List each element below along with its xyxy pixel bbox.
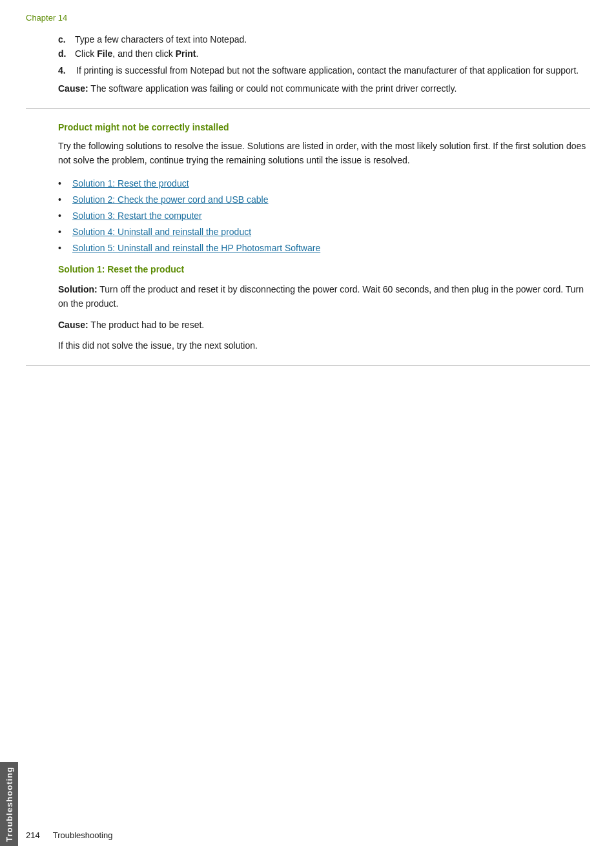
solution1-heading: Solution 1: Reset the product xyxy=(58,264,590,274)
solution1-solution-body: Turn off the product and reset it by dis… xyxy=(58,284,584,309)
divider-1 xyxy=(26,108,590,109)
item-d-label: d. xyxy=(58,48,71,59)
page-container: Troubleshooting Chapter 14 c. Type a few… xyxy=(0,0,616,853)
item-c-text: Type a few characters of text into Notep… xyxy=(75,34,247,45)
bullet-item-3: Solution 3: Restart the computer xyxy=(58,209,590,223)
list-item-c: c. Type a few characters of text into No… xyxy=(58,34,590,45)
section-heading-1: Product might not be correctly installed xyxy=(58,122,590,132)
cause-label-1: Cause: xyxy=(58,83,88,94)
solution-link-2[interactable]: Solution 2: Check the power cord and USB… xyxy=(72,193,269,207)
cause-block-1: Cause: The software application was fail… xyxy=(58,82,590,96)
footer-chapter-label: Troubleshooting xyxy=(53,830,113,840)
chapter-label: Chapter 14 xyxy=(26,13,590,23)
intro-text-1: Try the following solutions to resolve t… xyxy=(58,139,590,168)
solution1-followup: If this did not solve the issue, try the… xyxy=(58,338,590,353)
main-content: Chapter 14 c. Type a few characters of t… xyxy=(26,0,590,853)
side-tab-label: Troubleshooting xyxy=(5,766,14,842)
bullet-item-4: Solution 4: Uninstall and reinstall the … xyxy=(58,225,590,239)
solution1-cause-body: The product had to be reset. xyxy=(90,320,204,330)
list-item-d: d. Click File, and then click Print. xyxy=(58,48,590,59)
solution-link-1[interactable]: Solution 1: Reset the product xyxy=(72,177,189,190)
solution1-solution-text: Solution: Turn off the product and reset… xyxy=(58,282,590,311)
solution1-solution-label: Solution: xyxy=(58,284,98,294)
item-d-text: Click File, and then click Print. xyxy=(75,48,198,59)
sub-list: c. Type a few characters of text into No… xyxy=(58,34,590,59)
file-bold: File xyxy=(97,48,112,59)
item-4-text: If printing is successful from Notepad b… xyxy=(76,65,579,76)
solution-link-3[interactable]: Solution 3: Restart the computer xyxy=(72,209,202,223)
page-number: 214 xyxy=(26,830,40,840)
solution-link-4[interactable]: Solution 4: Uninstall and reinstall the … xyxy=(72,225,251,239)
item-4-num: 4. xyxy=(58,65,74,76)
bullet-item-1: Solution 1: Reset the product xyxy=(58,177,590,190)
bullet-item-2: Solution 2: Check the power cord and USB… xyxy=(58,193,590,207)
solution1-cause-text: Cause: The product had to be reset. xyxy=(58,318,590,332)
bullet-item-5: Solution 5: Uninstall and reinstall the … xyxy=(58,242,590,255)
solution-link-5[interactable]: Solution 5: Uninstall and reinstall the … xyxy=(72,242,320,255)
print-bold: Print xyxy=(176,48,196,59)
bullet-list-solutions: Solution 1: Reset the product Solution 2… xyxy=(58,177,590,255)
numbered-item-4: 4. If printing is successful from Notepa… xyxy=(58,65,590,76)
section-product-install: Product might not be correctly installed… xyxy=(58,122,590,353)
cause-text-1: The software application was failing or … xyxy=(90,83,457,94)
side-tab: Troubleshooting xyxy=(0,762,18,846)
item-c-label: c. xyxy=(58,34,71,45)
page-footer: 214 Troubleshooting xyxy=(26,830,590,840)
divider-2 xyxy=(26,365,590,366)
solution1-block: Solution: Turn off the product and reset… xyxy=(58,282,590,353)
solution1-cause-label: Cause: xyxy=(58,320,88,330)
sub-items-area: c. Type a few characters of text into No… xyxy=(58,34,590,96)
